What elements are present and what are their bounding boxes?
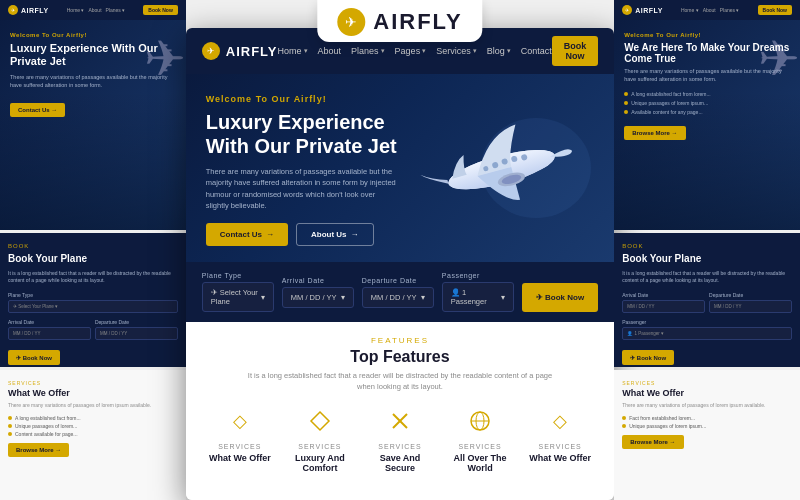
right-browse-more-btn[interactable]: Browse More → — [622, 435, 683, 449]
passenger-chevron: ▾ — [501, 293, 505, 302]
left-offer-text-2: Unique passages of lorem... — [15, 423, 77, 429]
right-passenger-input[interactable]: 👤 1 Passenger ▾ — [622, 327, 792, 340]
right-check-1: A long established fact from lorem... — [624, 91, 790, 97]
left-departure-input[interactable]: MM / DD / YY — [95, 327, 178, 340]
passenger-label: Passenger — [442, 272, 514, 279]
left-plane-input[interactable]: ✈ Select Your Plane ▾ — [8, 300, 178, 313]
about-btn[interactable]: About Us → — [296, 223, 374, 246]
passenger-select[interactable]: 👤 1 Passenger ▾ — [442, 282, 514, 312]
right-check-text-1: A long established fact from lorem... — [631, 91, 710, 97]
svg-marker-10 — [311, 412, 329, 430]
plane-type-select[interactable]: ✈ Select Your Plane ▾ — [202, 282, 274, 312]
left-features-card: SERVICES What We Offer There are many va… — [0, 370, 186, 500]
nav-logo-icon: ✈ — [202, 42, 220, 60]
feature-label-4: SERVICES — [446, 443, 514, 450]
left-browse-btn[interactable]: Browse More → — [8, 443, 69, 457]
departure-select[interactable]: MM / DD / YY ▾ — [362, 287, 434, 308]
nav-home[interactable]: Home ▾ — [278, 46, 308, 56]
right-departure-input[interactable]: MM / DD / YY — [709, 300, 792, 313]
right-book-content: BOOK Book Your Plane It is a long establ… — [614, 233, 800, 367]
left-offer-dot-1 — [8, 416, 12, 420]
logo-bar: ✈ AIRFLY — [317, 0, 482, 42]
right-arrival-label: Arrival Date — [622, 292, 705, 298]
left-offer-title: What We Offer — [8, 388, 178, 398]
left-book-content: BOOK Book Your Plane It is a long establ… — [0, 233, 186, 367]
right-check-2: Unique passages of lorem ipsum... — [624, 100, 790, 106]
right-dot-3 — [624, 110, 628, 114]
nav-pages[interactable]: Pages ▾ — [395, 46, 427, 56]
left-contact-btn[interactable]: Contact Us → — [10, 103, 65, 117]
feature-name-5: What We Offer — [526, 453, 594, 463]
right-departure-field: Departure Date MM / DD / YY — [709, 292, 792, 313]
feature-offer2: ◇ SERVICES What We Offer — [526, 405, 594, 473]
right-offer-desc: There are many variations of passages of… — [622, 402, 792, 409]
nav-planes[interactable]: Planes ▾ — [351, 46, 385, 56]
right-offer-dot-1 — [622, 416, 626, 420]
right-book-desc: It is a long established fact that a rea… — [622, 270, 792, 284]
hero-plane-area — [379, 74, 615, 262]
arrival-select[interactable]: MM / DD / YY ▾ — [282, 287, 354, 308]
right-book-label: BOOK — [622, 243, 792, 249]
plane-type-field: Plane Type ✈ Select Your Plane ▾ — [202, 272, 274, 312]
left-offer-dot-3 — [8, 432, 12, 436]
left-offer-dot-2 — [8, 424, 12, 428]
feature-name-2: Luxury And Comfort — [286, 453, 354, 473]
right-dot-1 — [624, 92, 628, 96]
passenger-field: Passenger 👤 1 Passenger ▾ — [442, 272, 514, 312]
plane-type-chevron: ▾ — [261, 293, 265, 302]
cross-svg — [389, 410, 411, 432]
feature-icon-3 — [384, 405, 416, 437]
left-hero-title: Luxury Experience With Our Private Jet — [10, 42, 176, 68]
left-hero-card: ✈ AIRFLY Home ▾ About Planes ▾ Book Now … — [0, 0, 186, 230]
right-offer-item-2: Unique passages of lorem ipsum... — [622, 423, 792, 429]
left-date-fields: Arrival Date MM / DD / YY Departure Date… — [8, 319, 178, 340]
features-desc: It is a long established fact that a rea… — [240, 370, 560, 393]
left-hero-title-text: Luxury Experience With Our Private Jet — [10, 42, 158, 67]
right-check-text-3: Available content for any page... — [631, 109, 702, 115]
booking-book-btn[interactable]: ✈ Book Now — [522, 283, 598, 312]
left-departure-label: Departure Date — [95, 319, 178, 325]
left-book-title: Book Your Plane — [8, 253, 178, 264]
left-offer-text-1: A long established fact from... — [15, 415, 81, 421]
left-plane-label: Plane Type — [8, 292, 178, 298]
contact-btn[interactable]: Contact Us → — [206, 223, 288, 246]
right-book-card: BOOK Book Your Plane It is a long establ… — [614, 233, 800, 367]
right-browse-btn[interactable]: Browse More → — [624, 126, 685, 140]
right-passenger-field-row: Passenger 👤 1 Passenger ▾ — [622, 319, 792, 340]
right-welcome-text: Welcome To Our Airfly! — [624, 32, 790, 38]
right-arrival-input[interactable]: MM / DD / YY — [622, 300, 705, 313]
main-book-btn[interactable]: Book Now — [552, 36, 599, 66]
nav-services[interactable]: Services ▾ — [436, 46, 477, 56]
right-arrival-field: Arrival Date MM / DD / YY — [622, 292, 705, 313]
nav-logo: ✈ AIRFLY — [202, 42, 278, 60]
right-departure-label: Departure Date — [709, 292, 792, 298]
left-hero-content: Welcome To Our Airfly! Luxury Experience… — [0, 20, 186, 129]
left-offer-label: SERVICES — [8, 380, 178, 386]
feature-name-4: All Over The World — [446, 453, 514, 473]
right-check-text-2: Unique passages of lorem ipsum... — [631, 100, 708, 106]
right-features-card: SERVICES What We Offer There are many va… — [614, 370, 800, 500]
logo-text: AIRFLY — [373, 9, 462, 35]
right-book-btn[interactable]: ✈ Book Now — [622, 350, 674, 365]
left-arrival-input[interactable]: MM / DD / YY — [8, 327, 91, 340]
plane-type-value: ✈ Select Your Plane — [211, 288, 261, 306]
nav-blog[interactable]: Blog ▾ — [487, 46, 511, 56]
feature-label-2: SERVICES — [286, 443, 354, 450]
right-hero-card: ✈ AIRFLY Home ▾ About Planes ▾ Book Now … — [614, 0, 800, 230]
nav-contact[interactable]: Contact — [521, 46, 552, 56]
right-passenger-field: Passenger 👤 1 Passenger ▾ — [622, 319, 792, 340]
booking-bar: Plane Type ✈ Select Your Plane ▾ Arrival… — [186, 262, 614, 322]
right-offer-title: What We Offer — [622, 388, 792, 398]
features-label: FEATURES — [206, 336, 594, 345]
left-plane-field: Plane Type ✈ Select Your Plane ▾ — [8, 292, 178, 313]
center-col: ✈ AIRFLY ✈ AIRFLY Home ▾ About Planes ▾ … — [186, 0, 614, 500]
right-checklist: A long established fact from lorem... Un… — [624, 91, 790, 115]
right-hero-content: Welcome To Our Airfly! We Are Here To Ma… — [614, 20, 800, 152]
plane-type-label: Plane Type — [202, 272, 274, 279]
left-book-btn[interactable]: ✈ Book Now — [8, 350, 60, 365]
nav-about[interactable]: About — [318, 46, 342, 56]
feature-icon-1: ◇ — [224, 405, 256, 437]
nav-links: Home ▾ About Planes ▾ Pages ▾ Services ▾… — [278, 46, 552, 56]
left-departure-field: Departure Date MM / DD / YY — [95, 319, 178, 340]
departure-value: MM / DD / YY — [371, 293, 417, 302]
